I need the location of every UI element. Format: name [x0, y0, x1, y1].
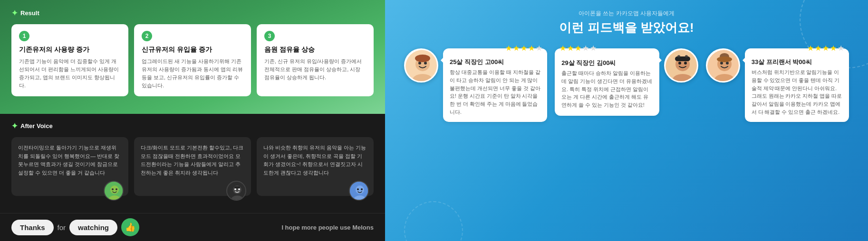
after-voice-title: ✦ After Voice — [11, 121, 374, 130]
card-number-2: 2 — [142, 31, 152, 41]
after-voice-section: ✦ After Voice 이전타이밍으로 돌아가기 기능으로 재생위치를 되돌… — [0, 114, 385, 213]
card-desc-3: 기존, 신규 유저의 유입/사용량이 증가에서 전체적으로 판매 점유율이 상승… — [264, 57, 366, 82]
plus-icon-2: ✦ — [11, 121, 18, 130]
review-text-3: 버스처럼 위치기반으로 알림기능을 이용할 수 있었으면 더 좋을 텐데 아직 … — [752, 68, 842, 116]
svg-rect-10 — [234, 186, 240, 188]
avatar-1 — [104, 181, 124, 201]
review-name-1: 25살 직장인 고00씨 — [450, 58, 540, 66]
after-cards-row: 이전타이밍으로 돌아가기 기능으로 재생위치를 되돌릴수 있어 행복했어요— 반… — [11, 137, 374, 196]
svg-point-20 — [424, 62, 427, 65]
review-item-2: ★ ★ ★ ★ ★ 29살 직장인 김00씨 출근할 때마다 승하차 알림을 이… — [555, 45, 698, 116]
card-desc-1: 기존앱 기능이 음악에 더 집중할수 있게 개선되어서 더 편리함을 느끼게되어… — [19, 57, 121, 90]
bottom-bar: Thanks for watching 👍 I hope more people… — [0, 213, 385, 241]
thanks-row: Thanks for watching 👍 — [11, 218, 139, 236]
svg-point-19 — [418, 62, 421, 65]
svg-point-8 — [234, 188, 236, 190]
after-card-3: 나와 비슷한 취향의 유저의 음악을 아는 기능이 생겨서 좋은데, 취향적으로… — [257, 137, 374, 196]
result-card-3: 3 음원 점유율 상승 기존, 신규 유저의 유입/사용량이 증가에서 전체적으… — [257, 24, 374, 96]
right-subtitle: 아이폰을 쓰는 카카오맵 사용자들에게 — [404, 9, 849, 18]
thanks-pill: Thanks — [11, 220, 54, 235]
review-avatar-1 — [404, 48, 438, 83]
svg-point-25 — [678, 62, 681, 65]
after-card-text-3: 나와 비슷한 취향의 유저의 음악을 아는 기능이 생겨서 좋은데, 취향적으로… — [263, 144, 367, 177]
result-title: ✦ Result — [11, 9, 374, 18]
result-card-1: 1 기존유저의 사용량 증가 기존앱 기능이 음악에 더 집중할수 있게 개선되… — [11, 24, 128, 96]
result-card-2: 2 신규유저의 유입율 증가 업그레이드된 새 기능을 사용하기위해 기존유저의… — [134, 24, 251, 96]
right-title: 이런 피드백을 받았어요! — [404, 19, 849, 36]
svg-point-34 — [726, 62, 729, 65]
review-name-3: 33살 프리랜서 박00씨 — [752, 58, 842, 66]
right-header: 아이폰을 쓰는 카카오맵 사용자들에게 이런 피드백을 받았어요! — [404, 9, 849, 36]
card-title-1: 기존유저의 사용량 증가 — [19, 45, 121, 54]
reviews-container: ★ ★ ★ ★ ★ 25살 직장인 고00씨 항상 대중교통을 이용할 때 지하… — [404, 45, 849, 122]
stars-1: ★ ★ ★ ★ ★ — [505, 44, 542, 53]
svg-rect-27 — [675, 56, 690, 61]
svg-point-36 — [717, 56, 732, 62]
svg-point-33 — [720, 62, 723, 65]
review-item-3: ★ ★ ★ ★ ★ 33살 프리랜서 박00씨 버스처럼 위치기반으로 알림기능… — [706, 45, 849, 122]
review-name-2: 29살 직장인 김00씨 — [561, 59, 652, 67]
review-bubble-3: ★ ★ ★ ★ ★ 33살 프리랜서 박00씨 버스처럼 위치기반으로 알림기능… — [745, 48, 849, 122]
svg-point-3 — [112, 188, 114, 190]
card-number-1: 1 — [19, 31, 29, 41]
after-card-text-1: 이전타이밍으로 돌아가기 기능으로 재생위치를 되돌릴수 있어 행복했어요— 반… — [18, 144, 122, 177]
after-card-2: 다크/화이트 모드로 기본전환 할수있고, 다크모드 점잖을때 전환하면 효과적… — [134, 137, 251, 196]
review-item-1: ★ ★ ★ ★ ★ 25살 직장인 고00씨 항상 대중교통을 이용할 때 지하… — [404, 45, 547, 122]
watching-pill: watching — [69, 220, 117, 235]
card-title-2: 신규유저의 유입율 증가 — [142, 45, 243, 54]
for-text: for — [58, 223, 66, 232]
avatar-3 — [349, 181, 369, 201]
card-number-3: 3 — [264, 31, 275, 41]
card-desc-2: 업그레이드된 새 기능을 사용하기위해 기존유저의 사용량이 증가됨과 동시에 … — [142, 57, 243, 90]
review-avatar-2 — [664, 48, 698, 83]
svg-point-4 — [116, 188, 117, 190]
result-section: ✦ Result 1 기존유저의 사용량 증가 기존앱 기능이 음악에 더 집중… — [0, 0, 385, 114]
svg-point-26 — [684, 62, 687, 65]
review-avatar-3 — [706, 48, 740, 83]
after-card-text-2: 다크/화이트 모드로 기본전환 할수있고, 다크모드 점잖을때 전환하면 효과적… — [141, 144, 244, 177]
avatar-2 — [226, 181, 246, 201]
right-panel: 아이폰을 쓰는 카카오맵 사용자들에게 이런 피드백을 받았어요! — [385, 0, 868, 241]
svg-point-21 — [415, 55, 430, 62]
plus-icon: ✦ — [11, 9, 18, 18]
review-text-2: 출근할 때마다 승하차 알림을 이용하는데 알림 기능이 생긴다면 더 유용하겠… — [561, 69, 652, 109]
review-text-1: 항상 대중교통을 이용할 때 지하철을 같이 타고 승하차 알림이 안 되는 게… — [450, 68, 540, 116]
after-card-1: 이전타이밍으로 돌아가기 기능으로 재생위치를 되돌릴수 있어 행복했어요— 반… — [11, 137, 128, 196]
svg-point-9 — [238, 188, 240, 190]
hope-text: I hope more people use Melons — [281, 224, 374, 231]
review-bubble-2: ★ ★ ★ ★ ★ 29살 직장인 김00씨 출근할 때마다 승하차 알림을 이… — [555, 48, 659, 116]
stars-3: ★ ★ ★ ★ ★ — [807, 44, 844, 53]
svg-point-14 — [357, 188, 359, 190]
result-cards-row: 1 기존유저의 사용량 증가 기존앱 기능이 음악에 더 집중할수 있게 개선되… — [11, 24, 374, 96]
svg-point-28 — [677, 55, 680, 58]
left-panel: ✦ Result 1 기존유저의 사용량 증가 기존앱 기능이 음악에 더 집중… — [0, 0, 385, 241]
review-bubble-1: ★ ★ ★ ★ ★ 25살 직장인 고00씨 항상 대중교통을 이용할 때 지하… — [443, 48, 547, 122]
stars-2: ★ ★ ★ ★ ★ — [559, 44, 597, 53]
svg-point-15 — [361, 188, 363, 190]
svg-point-29 — [685, 55, 688, 58]
thumbs-up-icon: 👍 — [121, 218, 139, 236]
card-title-3: 음원 점유율 상승 — [264, 45, 366, 54]
